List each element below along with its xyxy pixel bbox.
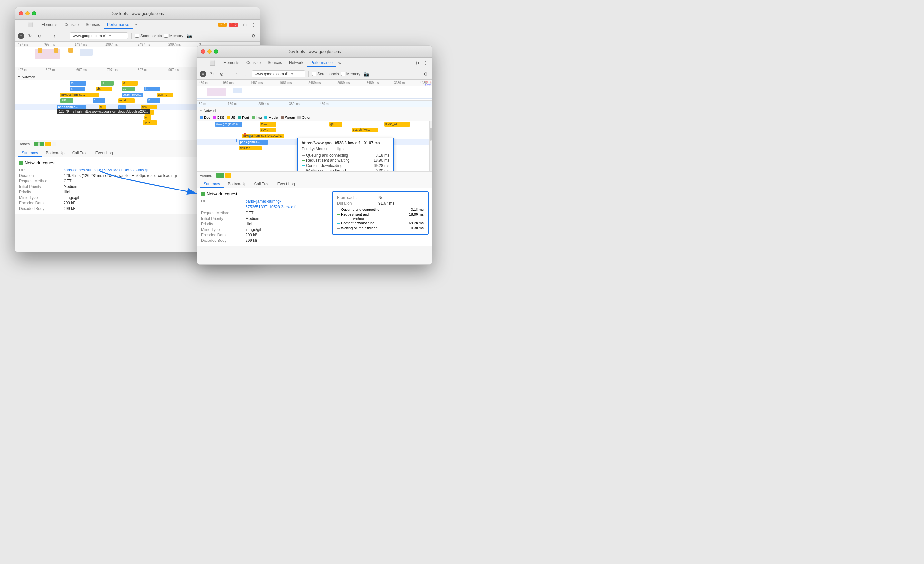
network-waterfall-2: www.google.com/ (... rs=A... ge... cb=..… — [197, 121, 432, 171]
net2-ge: ge... — [329, 122, 342, 126]
frame-yellow — [45, 142, 51, 146]
clear-icon-1[interactable]: ⊘ — [36, 32, 44, 40]
tab-console-2[interactable]: Console — [243, 59, 264, 67]
record-btn-1[interactable]: ● — [18, 33, 24, 39]
filter-js[interactable]: JS — [227, 116, 235, 119]
tick-1997: 1997 ms — [105, 43, 118, 46]
tick-497: 497 ms — [18, 43, 28, 46]
inspect-icon-2[interactable]: ⊹ — [200, 59, 207, 67]
upload-icon-2[interactable]: ↑ — [232, 70, 240, 78]
net-row-rs: rs... — [70, 81, 86, 86]
timing-row-2: Request sent and waiting 18.90 ms — [337, 212, 424, 220]
cpu-bar-2 — [80, 49, 93, 56]
init-priority-label-2: Initial Priority — [201, 216, 243, 221]
close-button-2[interactable] — [201, 50, 205, 54]
nr-header-2: Network request — [201, 191, 325, 196]
window-title-1: DevTools - www.google.com/ — [111, 11, 165, 16]
settings-icon-1[interactable]: ⚙ — [241, 21, 249, 29]
minimize-button-2[interactable] — [207, 50, 212, 54]
url-arrow-1: ▼ — [108, 34, 112, 38]
frame-green: ▓ — [34, 142, 44, 146]
memory-check-2[interactable] — [341, 72, 345, 76]
tab-sources-2[interactable]: Sources — [264, 59, 285, 67]
tab-eventlog-2[interactable]: Event Log — [274, 180, 299, 188]
more-icon-2[interactable]: ⋮ — [422, 59, 429, 67]
traffic-lights-1 — [19, 11, 36, 15]
filter-wasm[interactable]: Wasm — [280, 116, 295, 119]
memory-label-2: Memory — [346, 72, 360, 76]
reload-icon-1[interactable]: ↻ — [26, 32, 34, 40]
screenshot-icon-1[interactable]: 📷 — [185, 32, 193, 40]
settings-icon-4[interactable]: ⚙ — [422, 70, 429, 78]
screenshot-icon-2[interactable]: 📷 — [362, 70, 370, 78]
tab-calltree-2[interactable]: Call Tree — [250, 180, 274, 188]
device-icon[interactable]: ⬜ — [26, 21, 34, 29]
network-label-1: Network — [22, 75, 34, 79]
url-value-2[interactable]: paris-games-surfing- 6753651837110528.3-… — [246, 199, 325, 210]
screenshots-check-1[interactable] — [135, 33, 139, 38]
record-btn-2[interactable]: ● — [200, 71, 206, 77]
scrollbar-thumb-2[interactable] — [430, 128, 432, 141]
tab-summary-2[interactable]: Summary — [200, 180, 224, 188]
tooltip-box-2: https://www.goo...0528.3-law.gif 91.67 m… — [297, 138, 394, 171]
tab-bottomup-2[interactable]: Bottom-Up — [224, 180, 250, 188]
net2-cb: cb=... — [260, 128, 276, 132]
green-indicator-1 — [19, 161, 23, 165]
tab-more-1[interactable]: » — [133, 21, 140, 29]
download-icon-1[interactable]: ↓ — [60, 32, 68, 40]
tab-elements-2[interactable]: Elements — [220, 59, 243, 67]
reload-icon-2[interactable]: ↻ — [208, 70, 216, 78]
tick-997: 997 ms — [44, 43, 55, 46]
inspect-icon[interactable]: ⊹ — [18, 21, 26, 29]
tab-network-2[interactable]: Network — [286, 59, 306, 67]
filter-img[interactable]: Img — [252, 116, 262, 119]
screenshots-check-2[interactable] — [312, 72, 316, 76]
tab-summary-1[interactable]: Summary — [18, 149, 42, 157]
settings-icon-3[interactable]: ⚙ — [413, 59, 421, 67]
init-priority-label-1: Initial Priority — [19, 184, 61, 189]
nr-title-1: Network request — [25, 161, 56, 165]
dot-img — [252, 116, 255, 119]
tab-sources-1[interactable]: Sources — [82, 21, 103, 29]
filter-font[interactable]: Font — [238, 116, 249, 119]
settings-icon-2[interactable]: ⚙ — [249, 32, 257, 40]
waterfall-tooltip-1: 126.79 ms High https://www.google.com/lo… — [57, 109, 150, 114]
collapse-arrow-1[interactable]: ▼ — [18, 75, 20, 78]
minimize-button-1[interactable] — [26, 11, 30, 15]
net-row-search: search (www... — [122, 93, 142, 97]
download-icon-2[interactable]: ↓ — [242, 70, 250, 78]
sep4 — [218, 60, 218, 66]
net-line-2 — [197, 98, 432, 99]
upload-icon-1[interactable]: ↑ — [50, 32, 58, 40]
tooltip-duration-1: 126.79 ms High — [59, 110, 82, 113]
tab-calltree-1[interactable]: Call Tree — [68, 149, 92, 157]
maximize-button-2[interactable] — [214, 50, 218, 54]
collapse-arrow-2[interactable]: ▼ — [200, 109, 202, 112]
tab-performance-1[interactable]: Performance — [104, 21, 133, 29]
method-label-1: Request Method — [19, 179, 61, 183]
mime-value-2: image/gif — [246, 227, 325, 232]
device-icon-2[interactable]: ⬜ — [208, 59, 216, 67]
tab-console-1[interactable]: Console — [61, 21, 82, 29]
memory-check-1[interactable] — [164, 33, 168, 38]
screenshots-group-1: Screenshots — [135, 33, 162, 38]
tab-eventlog-1[interactable]: Event Log — [92, 149, 117, 157]
filter-media[interactable]: Media — [264, 116, 278, 119]
url-label-2: URL — [201, 199, 243, 210]
close-button-1[interactable] — [19, 11, 23, 15]
more-icon-1[interactable]: ⋮ — [249, 21, 257, 29]
tick2-2489: 2489 ms — [308, 81, 321, 84]
clear-icon-2[interactable]: ⊘ — [218, 70, 225, 78]
tab-elements-1[interactable]: Elements — [38, 21, 61, 29]
filter-css[interactable]: CSS — [213, 116, 225, 119]
tab-performance-2[interactable]: Performance — [307, 59, 336, 67]
tab-bottomup-1[interactable]: Bottom-Up — [42, 149, 68, 157]
net-row-g2: g... — [122, 87, 135, 91]
waterfall-scrollbar-2[interactable] — [429, 121, 432, 171]
filter-other[interactable]: Other — [297, 116, 311, 119]
url-text-1: www.google.com #1 — [73, 33, 107, 38]
label-wasm: Wasm — [285, 116, 295, 119]
maximize-button-1[interactable] — [32, 11, 36, 15]
filter-doc[interactable]: Doc — [200, 116, 210, 119]
tab-more-2[interactable]: » — [336, 59, 343, 67]
